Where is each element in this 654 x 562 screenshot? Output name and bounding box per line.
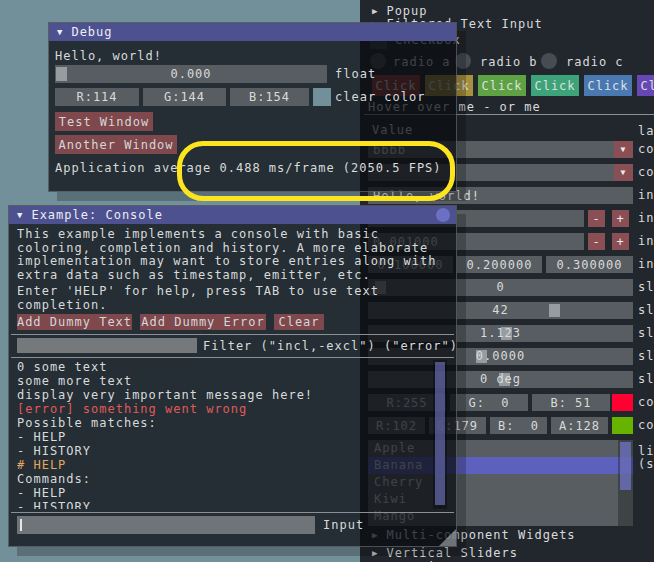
increment-button[interactable]: + <box>612 210 629 227</box>
console-description: This example implements a console with b… <box>17 228 449 282</box>
console-help-text: Enter 'HELP' for help, press TAB to use … <box>17 285 449 312</box>
clear-color-r-field[interactable]: R:114 <box>55 88 139 106</box>
help-line: Enter 'HELP' for help, press TAB to use … <box>17 285 449 299</box>
scrollbar-thumb[interactable] <box>620 442 631 490</box>
increment-button[interactable]: + <box>612 233 629 250</box>
collapse-arrow-icon: ▼ <box>17 210 23 220</box>
description-line: implementation may want to store entries… <box>17 255 449 269</box>
resize-grip[interactable] <box>439 529 456 546</box>
add-dummy-error-button[interactable]: Add Dummy Error <box>140 314 266 330</box>
clear-color-b-field[interactable]: B:154 <box>230 88 309 106</box>
slider-label: sl <box>638 302 654 319</box>
click-button[interactable]: Click <box>584 75 632 96</box>
click-button[interactable]: Click <box>531 75 579 96</box>
debug-titlebar[interactable]: ▼ Debug <box>49 23 456 41</box>
clear-color-swatch[interactable] <box>313 88 331 106</box>
color-swatch[interactable] <box>612 417 633 434</box>
log-line: - HISTORY <box>17 444 449 458</box>
float-slider-label: float <box>335 67 376 81</box>
separator <box>11 512 454 513</box>
another-window-button[interactable]: Another Window <box>55 135 177 154</box>
filter-input[interactable] <box>17 338 197 353</box>
color-g-field[interactable]: G: 0 <box>450 394 528 411</box>
chevron-right-icon: ▶ <box>372 6 378 16</box>
help-line: completion. <box>17 299 449 313</box>
console-titlebar[interactable]: ▼ Example: Console <box>9 206 456 224</box>
color-b-field[interactable]: B: 0 <box>490 417 547 434</box>
scrollbar-thumb[interactable] <box>435 362 445 505</box>
radio-label: radio b <box>480 55 538 69</box>
log-line: - HELP <box>17 486 449 500</box>
color-swatch[interactable] <box>612 394 633 411</box>
test-window-button[interactable]: Test Window <box>55 112 153 131</box>
combo-label: co <box>638 164 654 181</box>
close-icon[interactable] <box>436 208 450 222</box>
tree-node-label: Vertical Sliders <box>386 546 518 560</box>
float3-input-z[interactable]: 0.300000 <box>546 256 633 273</box>
int-input-label: in <box>638 210 654 227</box>
float3-value: 0.200000 <box>467 258 533 272</box>
color-value: G: 0 <box>468 396 509 410</box>
decrement-button[interactable]: - <box>588 210 605 227</box>
color-a-field[interactable]: A:128 <box>551 417 608 434</box>
decrement-button[interactable]: - <box>588 233 605 250</box>
float-input-label: in <box>638 233 654 250</box>
log-line: - HISTORY <box>17 500 449 509</box>
description-line: This example implements a console with b… <box>17 228 449 242</box>
color-value: A:128 <box>559 419 600 433</box>
description-line: extra data such as timestamp, emitter, e… <box>17 269 449 283</box>
text-caret <box>20 519 22 531</box>
combo-arrow-button[interactable]: ▼ <box>614 164 633 181</box>
log-line: some more text <box>17 374 449 388</box>
clear-color-g-field[interactable]: G:144 <box>143 88 226 106</box>
combo-arrow-button[interactable]: ▼ <box>614 141 633 158</box>
description-line: coloring, completion and history. A more… <box>17 242 449 256</box>
float-slider[interactable]: 0.000 <box>55 65 327 83</box>
console-scrollbar[interactable] <box>433 360 447 509</box>
combo-label: co <box>638 141 654 158</box>
console-log[interactable]: 0 some textsome more textdisplay very im… <box>17 360 449 509</box>
screen: ▶ Popup ▶ Filtered Text Input checkbox r… <box>0 0 654 562</box>
float3-label: in <box>638 256 654 273</box>
window-title: Debug <box>71 25 112 39</box>
radio-label: radio c <box>566 55 624 69</box>
listbox-label: (s <box>638 456 654 473</box>
log-line: Commands: <box>17 472 449 486</box>
float3-value: 0.300000 <box>557 258 623 272</box>
window-title: Example: Console <box>31 208 163 222</box>
console-input[interactable] <box>17 516 315 534</box>
color-value: B: 51 <box>550 396 591 410</box>
add-dummy-text-button[interactable]: Add Dummy Text <box>17 314 132 330</box>
text-input-label: in <box>638 187 654 204</box>
console-log-lines: 0 some textsome more textdisplay very im… <box>17 360 449 509</box>
log-line: display very important message here! <box>17 388 449 402</box>
color-value: G:144 <box>164 90 205 104</box>
listbox-scrollbar[interactable] <box>618 440 633 526</box>
float3-input-y[interactable]: 0.200000 <box>457 256 542 273</box>
slider-label: sl <box>638 279 654 296</box>
highlight-annotation <box>177 141 455 201</box>
log-line: Possible matches: <box>17 416 449 430</box>
click-button[interactable]: Click <box>478 75 526 96</box>
slider-label: sl <box>638 348 654 365</box>
log-line: 0 some text <box>17 360 449 374</box>
filter-label: Filter ("incl,-excl") ("error") <box>203 339 458 353</box>
console-window: ▼ Example: Console This example implemen… <box>8 205 457 547</box>
tree-node-vertical-sliders[interactable]: ▶ Vertical Sliders <box>372 545 518 560</box>
color4-label: co <box>638 417 654 434</box>
color-b-field[interactable]: B: 51 <box>532 394 610 411</box>
slider-label: sl <box>638 371 654 388</box>
log-line: [error] something went wrong <box>17 402 449 416</box>
click-button[interactable]: Click <box>637 75 654 96</box>
color-value: B:154 <box>249 90 290 104</box>
clear-button[interactable]: Clear <box>274 314 324 330</box>
color-value: B: 0 <box>498 419 539 433</box>
color-value: R:114 <box>76 90 117 104</box>
clear-color-label: clear color <box>335 90 425 104</box>
chevron-right-icon: ▶ <box>372 548 378 558</box>
radio-button[interactable] <box>455 53 471 69</box>
log-line: - HELP <box>17 430 449 444</box>
separator <box>11 357 454 358</box>
radio-button[interactable] <box>541 53 557 69</box>
separator <box>11 334 454 335</box>
